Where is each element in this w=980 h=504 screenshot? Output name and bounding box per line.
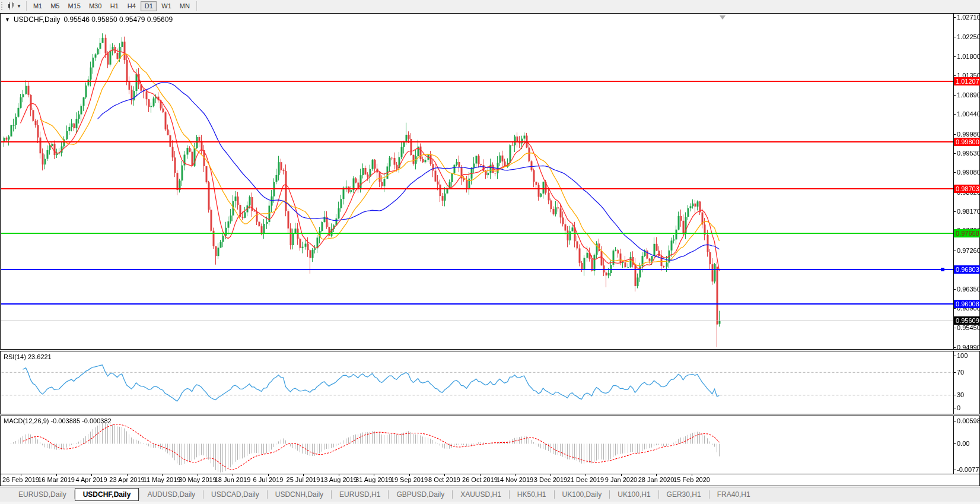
price-line-tag: 0.96803	[954, 265, 980, 274]
chart-symbol-label: USDCHF,Daily	[14, 15, 61, 24]
macd-axis-label: 0.00	[957, 440, 969, 447]
toolbar: ▼ M1M5M15M30H1H4D1W1MN	[0, 0, 980, 12]
macd-name: MACD(12,26,9)	[4, 417, 49, 424]
price-tick-label: 0.99530	[957, 150, 980, 157]
date-label: 23 Apr 2019	[109, 476, 144, 483]
price-tick-label: 0.99980	[957, 131, 980, 138]
date-label: 26 Feb 2019	[2, 476, 39, 483]
date-label: 21 Dec 2019	[567, 476, 604, 483]
current-price-line	[1, 321, 953, 321]
horizontal-line-0.99800[interactable]	[1, 141, 953, 142]
toolbar-separator	[196, 1, 197, 11]
toolbar-separator	[26, 1, 27, 11]
chart-tab-eurusd-h1[interactable]: EURUSD,H1	[332, 489, 388, 500]
rsi-macd-splitter[interactable]	[0, 414, 980, 416]
price-tick-label: 0.99080	[957, 169, 980, 176]
chevron-down-icon[interactable]: ▼	[17, 4, 21, 9]
date-label: 6 Jul 2019	[253, 476, 284, 483]
chart-ohlc-values: 0.95546 0.95850 0.95479 0.95609	[64, 15, 173, 24]
chart-tab-bar: EURUSD,DailyUSDCHF,DailyAUDUSD,DailyUSDC…	[0, 487, 980, 502]
date-label: 28 Jan 2020	[638, 476, 674, 483]
price-tick-label: 0.98170	[957, 208, 980, 215]
rsi-level-label: 100	[957, 352, 968, 359]
chart-tools-icon	[7, 2, 15, 10]
price-tick-label: 1.00440	[957, 110, 980, 118]
date-label: 14 Nov 2019	[497, 476, 533, 483]
macd-axis-label: -0.007737	[957, 466, 980, 473]
horizontal-line-0.96008[interactable]	[1, 303, 953, 305]
rsi-level-label: 0	[957, 404, 960, 411]
date-label: 19 Sep 2019	[391, 476, 428, 483]
date-label: 18 Jun 2019	[215, 476, 251, 483]
chart-tab-eurusd-daily[interactable]: EURUSD,Daily	[11, 489, 74, 500]
horizontal-line-0.97658[interactable]	[1, 233, 953, 234]
date-label: 13 Aug 2019	[320, 476, 357, 483]
timeframe-button-w1[interactable]: W1	[158, 1, 175, 11]
chart-tab-fra40-h1[interactable]: FRA40,H1	[709, 489, 758, 500]
date-label: 11 May 2019	[144, 476, 181, 483]
price-tick-label: 1.02250	[957, 33, 980, 40]
macd-axis-label: 0.005986	[957, 417, 980, 424]
price-chart-canvas[interactable]	[0, 0, 980, 504]
timeframe-button-mn[interactable]: MN	[176, 1, 193, 11]
timeframe-button-m15[interactable]: M15	[64, 1, 84, 11]
macd-values: -0.003885 -0.000382	[50, 417, 111, 424]
chart-tab-ger30-h1[interactable]: GER30,H1	[659, 489, 709, 500]
price-tick-label: 1.00890	[957, 91, 980, 99]
price-tick-label: 0.96350	[957, 286, 980, 293]
date-label: 16 Mar 2019	[38, 476, 75, 483]
chart-tab-usdchf-daily[interactable]: USDCHF,Daily	[75, 488, 139, 501]
horizontal-line-0.96803[interactable]	[1, 269, 953, 270]
rsi-name: RSI(14)	[4, 353, 26, 360]
date-label: 4 Apr 2019	[75, 476, 107, 483]
chart-tab-hk50-h1[interactable]: HK50,H1	[510, 489, 554, 500]
rsi-value: 23.6221	[28, 353, 52, 360]
price-line-tag: 1.01207	[954, 77, 980, 85]
chart-shift-marker[interactable]	[720, 15, 726, 20]
date-label: 31 Aug 2019	[355, 476, 392, 483]
horizontal-line-0.98703[interactable]	[1, 188, 953, 189]
chart-tools-button[interactable]: ▼	[5, 1, 23, 11]
date-label: 25 Jul 2019	[287, 476, 320, 483]
rsi-indicator-label: RSI(14) 23.6221	[4, 353, 52, 360]
chart-tab-gbpusd-daily[interactable]: GBPUSD,Daily	[389, 489, 452, 500]
chart-title: ▼ USDCHF,Daily 0.95546 0.95850 0.95479 0…	[5, 15, 173, 24]
timeframe-button-h4[interactable]: H4	[123, 1, 139, 11]
date-label: 26 Oct 2019	[462, 476, 498, 483]
price-tick-label: 1.01800	[957, 53, 980, 60]
timeframe-group: M1M5M15M30H1H4D1W1MN	[30, 1, 193, 11]
date-label: 30 May 2019	[179, 476, 217, 483]
timeframe-button-m30[interactable]: M30	[85, 1, 105, 11]
date-label: 9 Jan 2020	[605, 476, 637, 483]
chart-tab-uk100-h1[interactable]: UK100,H1	[610, 489, 658, 500]
chart-tab-uk100-daily[interactable]: UK100,Daily	[555, 489, 610, 500]
chart-tab-usdcnh-daily[interactable]: USDCNH,Daily	[268, 489, 331, 500]
price-line-tag: 0.96008	[954, 300, 980, 308]
rsi-level-label: 70	[957, 369, 964, 376]
chart-tab-xauusd-h1[interactable]: XAUUSD,H1	[453, 489, 509, 500]
line-drag-handle[interactable]	[941, 268, 944, 271]
main-rsi-splitter[interactable]	[0, 349, 980, 351]
rsi-level-label: 30	[957, 391, 964, 398]
price-line-tag: 0.98703	[954, 185, 980, 193]
chart-tab-audusd-daily[interactable]: AUDUSD,Daily	[139, 489, 203, 500]
date-label: 3 Dec 2019	[534, 476, 567, 483]
timeframe-button-m5[interactable]: M5	[47, 1, 63, 11]
date-label: 8 Oct 2019	[428, 476, 460, 483]
date-axis-line[interactable]	[0, 474, 980, 474]
price-tick-label: 0.95450	[957, 324, 980, 331]
current-price-tag: 0.95609	[954, 316, 980, 325]
price-tick-label: 0.97260	[957, 247, 980, 254]
date-label: 15 Feb 2020	[673, 476, 710, 483]
chart-tab-usdcad-daily[interactable]: USDCAD,Daily	[203, 489, 267, 500]
price-line-tag: 0.97658	[954, 229, 980, 237]
timeframe-button-m1[interactable]: M1	[30, 1, 46, 11]
macd-indicator-label: MACD(12,26,9) -0.003885 -0.000382	[4, 417, 112, 424]
collapse-triangle-icon[interactable]: ▼	[5, 17, 10, 23]
timeframe-button-d1[interactable]: D1	[141, 1, 157, 11]
timeframe-button-h1[interactable]: H1	[106, 1, 122, 11]
price-tick-label: 1.02710	[957, 14, 980, 21]
horizontal-line-1.01207[interactable]	[1, 81, 953, 82]
price-line-tag: 0.99800	[954, 138, 980, 146]
toolbar-grip[interactable]	[1, 2, 3, 10]
